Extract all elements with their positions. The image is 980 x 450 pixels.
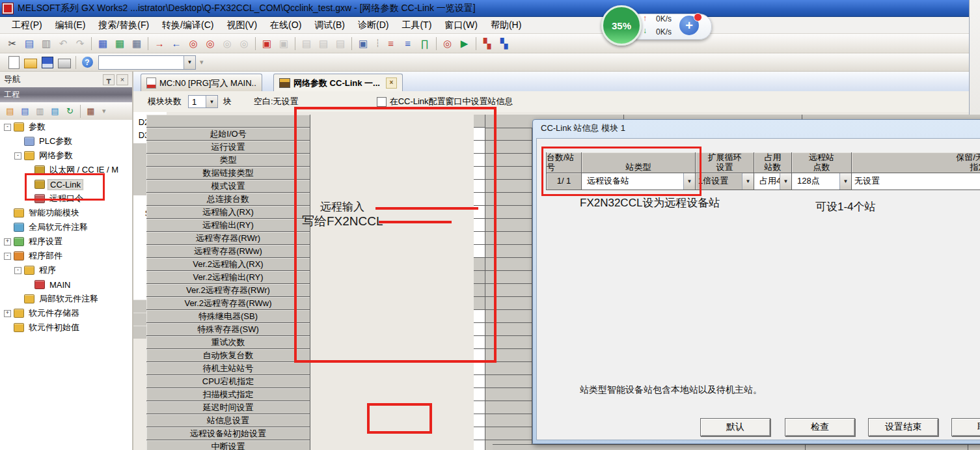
sidebar-item-全局软元件注释[interactable]: 全局软元件注释 [0,220,132,234]
open-project-icon[interactable] [23,55,38,70]
sidebar-item-程序部件[interactable]: -程序部件 [0,249,132,263]
device-find-icon[interactable]: ◎ [185,36,201,51]
new-project-icon[interactable] [6,55,21,70]
menu-item-9[interactable]: 窗口(W) [438,18,484,33]
tree-node-label: MAIN [48,280,73,290]
zoom-find-icon[interactable]: ◎ [440,36,456,51]
device-test-icon[interactable]: ▣ [259,36,275,51]
chevron-down-icon[interactable]: ▼ [184,56,195,69]
menu-item-8[interactable]: 工具(T) [395,18,438,33]
dialog-cell-1[interactable]: 远程设备站▼ [582,173,696,190]
sidebar-item-智能功能模块[interactable]: 智能功能模块 [0,206,132,220]
chevron-down-icon[interactable]: ▼ [206,96,217,107]
tab-main-program[interactable]: MC:N0 [PRG]写入 MAIN.. [141,74,262,92]
menu-item-4[interactable]: 视图(V) [220,18,264,33]
gx-works2-window: MELSOFT系列 GX Works2 ...istrator\Desktop\… [0,0,980,450]
sidebar-item-网络参数[interactable]: -网络参数 [0,148,132,163]
sidebar-item-程序[interactable]: -程序 [0,263,132,277]
paste-icon[interactable]: ▥ [38,36,54,51]
melsoft-app-icon [2,3,14,14]
tree-expand-icon[interactable]: + [4,310,11,317]
dialog-cell-2[interactable]: 1倍设置▼ [696,173,754,190]
menu-item-2[interactable]: 搜索/替换(F) [92,18,156,33]
copy-icon[interactable]: ▤ [18,104,32,118]
jump-prev-icon[interactable]: ← [169,36,184,51]
dialog-cell-3[interactable]: 占用4站▼ [754,173,792,190]
sidebar-item-局部软元件注释[interactable]: 局部软元件注释 [0,292,132,306]
chevron-down-icon[interactable]: ▼ [683,173,695,190]
tree-expand-icon[interactable]: - [14,267,21,274]
grid-row-label: 延迟时间设置 [146,401,310,414]
tree-expand-icon[interactable]: - [4,124,11,131]
module-count-select[interactable]: 1 ▼ [188,95,218,108]
cclink-config-window-checkbox[interactable] [377,97,387,107]
save-project-icon[interactable] [40,55,55,70]
chevron-down-icon[interactable]: ▼ [780,173,791,190]
cancel-button[interactable]: 取消 [951,418,980,436]
chevron-down-icon[interactable]: ▾ [102,107,105,115]
copy-icon[interactable]: ▤ [21,36,37,51]
toolbar-separator [351,37,352,50]
help-icon[interactable]: ? [79,55,95,70]
sort-filter-icon[interactable]: ▦ [84,104,98,118]
pc-lock-icon[interactable]: ▣ [355,36,371,51]
dropdown-value: 1倍设置 [696,176,728,186]
sidebar-item-MAIN[interactable]: MAIN [0,277,132,292]
ladder-convert-icon[interactable]: ≡ [383,36,399,51]
close-icon[interactable]: × [116,74,128,85]
dialog-cell-4[interactable]: 128点▼ [792,173,852,190]
doc-info-icon[interactable]: ▤ [48,104,62,118]
ladder-convert2-icon[interactable]: ≡ [400,36,416,51]
device-display-icon[interactable]: ▦ [95,36,111,51]
run-icon[interactable]: ▶ [457,36,472,51]
monitor-stop-icon[interactable]: ▦ [129,36,144,51]
tree-node-icon [24,266,34,275]
monitor-start-icon[interactable]: ▦ [112,36,128,51]
tree-node-icon [34,194,45,203]
tree-expand-icon[interactable]: + [4,238,11,246]
project-new-icon[interactable]: ▤ [3,104,17,118]
sidebar-item-程序设置[interactable]: +程序设置 [0,234,132,249]
memory-percent-ball[interactable]: 35% [601,5,642,46]
sidebar-item-以太网 / CC IE / M[interactable]: 以太网 / CC IE / M [0,163,132,177]
menu-item-3[interactable]: 转换/编译(C) [156,18,220,33]
tree-expand-icon[interactable]: - [14,152,21,160]
menu-item-1[interactable]: 编辑(E) [49,18,92,33]
tree-expand-icon[interactable]: - [4,253,11,260]
sidebar-item-PLC参数[interactable]: PLC参数 [0,134,132,148]
print-icon[interactable] [57,55,72,70]
menu-item-0[interactable]: 工程(P) [5,18,49,33]
sidebar-item-软元件初始值[interactable]: 软元件初始值 [0,320,132,335]
jump-next-icon[interactable]: → [152,36,167,51]
find-disabled-icon: ◎ [219,36,235,51]
device-find2-icon[interactable]: ◎ [202,36,218,51]
pin-icon[interactable]: ┳ [103,74,115,85]
sidebar-item-参数[interactable]: -参数 [0,120,132,134]
grid-row-label [146,115,310,128]
refresh-icon[interactable]: ↻ [63,104,77,118]
ladder-monitor-icon[interactable]: ▚ [480,36,495,51]
speed-monitor-widget[interactable]: 35% ↑ 0K/s ↓ 0K/s + [617,12,712,40]
chevron-down-icon[interactable]: ▼ [839,173,851,190]
station-info-dialog: CC-Link 站信息 模块 1 台数/站号1/ 1站类型远程设备站▼扩展循环设… [532,119,980,444]
cut-icon[interactable]: ✂ [5,36,20,51]
menu-item-10[interactable]: 帮助(H) [484,18,528,33]
help-search-combobox[interactable]: ▼ [98,55,196,70]
ladder-monitor2-icon[interactable]: ▚ [497,36,512,51]
grid-row-label: 远程输入(RX) [146,206,310,219]
chevron-down-icon[interactable]: ▼ [742,173,754,190]
menu-item-7[interactable]: 诊断(D) [351,18,395,33]
menu-item-5[interactable]: 在线(O) [264,18,308,33]
pulse-icon[interactable]: ∏ [417,36,433,51]
default-button[interactable]: 默认 [700,418,770,436]
sidebar-item-远程口令[interactable]: 远程口令 [0,191,132,206]
check-button[interactable]: 检查 [785,418,855,436]
sidebar-item-CC-Link[interactable]: CC-Link [0,177,132,191]
tab-network-param[interactable]: 网络参数 CC-Link 一...× [273,74,403,92]
tab-close-icon[interactable]: × [386,77,397,89]
menu-item-6[interactable]: 调试(B) [308,18,351,33]
setting-finish-button[interactable]: 设置结束 [868,418,938,436]
tree-node-label: CC-Link [48,179,83,190]
paste-icon[interactable]: ▥ [33,104,47,118]
sidebar-item-软元件存储器[interactable]: +软元件存储器 [0,306,132,320]
